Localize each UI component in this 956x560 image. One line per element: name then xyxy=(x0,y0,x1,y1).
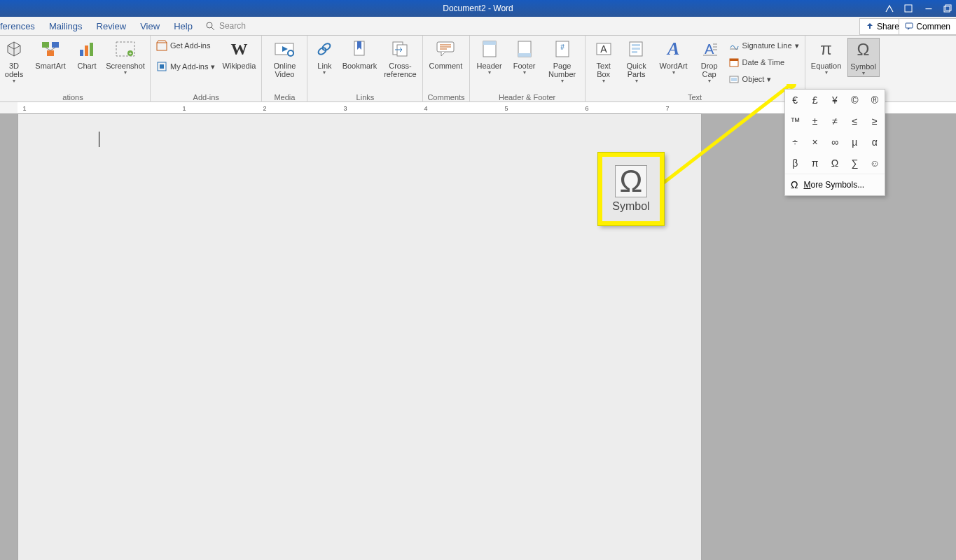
omega-icon: Ω xyxy=(852,38,875,61)
svg-rect-52 xyxy=(731,78,737,81)
symbol-omega[interactable]: Ω xyxy=(825,153,845,174)
full-screen-icon[interactable] xyxy=(904,4,914,13)
svg-rect-10 xyxy=(85,46,88,56)
3d-models-button[interactable]: 3D odels▾ xyxy=(0,38,28,84)
svg-rect-32 xyxy=(483,41,496,45)
title-bar: Document2 - Word – xyxy=(0,0,956,17)
symbol-reg[interactable]: ® xyxy=(865,90,885,111)
symbol-alpha[interactable]: α xyxy=(865,132,885,153)
smartart-button[interactable]: SmartArt xyxy=(32,38,69,70)
svg-rect-9 xyxy=(80,50,83,56)
svg-rect-50 xyxy=(730,59,738,61)
wordart-button[interactable]: A WordArt▾ xyxy=(656,38,692,76)
quick-parts-button[interactable]: Quick Parts▾ xyxy=(622,38,651,84)
symbol-tm[interactable]: ™ xyxy=(785,111,805,132)
comment-icon xyxy=(905,22,913,31)
chevron-down-icon: ▾ xyxy=(211,62,215,71)
symbol-beta[interactable]: β xyxy=(785,153,805,174)
tab-references[interactable]: ferences xyxy=(0,17,42,35)
cross-reference-button[interactable]: Cross- reference xyxy=(382,38,418,78)
svg-rect-17 xyxy=(160,64,164,69)
ribbon-tabs: ferences Mailings Review View Help Searc… xyxy=(0,17,956,36)
drop-cap-button[interactable]: A Drop Cap▾ xyxy=(696,38,723,84)
comment-icon xyxy=(434,38,457,60)
svg-rect-7 xyxy=(52,42,59,48)
online-video-button[interactable]: Online Video xyxy=(266,38,303,78)
chart-icon xyxy=(76,38,98,60)
signature-line-button[interactable]: Signature Line ▾ xyxy=(727,38,801,53)
link-icon xyxy=(313,38,335,60)
ribbon-display-icon[interactable] xyxy=(885,4,894,13)
symbol-div[interactable]: ÷ xyxy=(785,132,805,153)
header-button[interactable]: Header▾ xyxy=(474,38,505,76)
wordart-icon: A xyxy=(663,38,685,60)
bookmark-button[interactable]: Bookmark xyxy=(341,38,377,70)
share-icon xyxy=(866,22,874,31)
tab-help[interactable]: Help xyxy=(167,17,200,35)
signature-icon xyxy=(728,40,740,51)
equation-button[interactable]: π Equation▾ xyxy=(810,38,843,76)
link-button[interactable]: Link▾ xyxy=(312,38,337,76)
tab-review[interactable]: Review xyxy=(90,17,134,35)
symbol-yen[interactable]: ¥ xyxy=(825,90,845,111)
chart-button[interactable]: Chart xyxy=(73,38,101,70)
omega-icon: Ω xyxy=(615,165,648,197)
date-time-button[interactable]: Date & Time xyxy=(727,55,801,70)
symbol-inf[interactable]: ∞ xyxy=(825,132,845,153)
object-icon xyxy=(728,74,740,85)
wikipedia-button[interactable]: W Wikipedia xyxy=(221,38,257,70)
svg-point-23 xyxy=(321,42,331,51)
header-icon xyxy=(478,38,501,60)
minimize-icon[interactable]: – xyxy=(924,2,934,15)
symbol-button[interactable]: Ω Symbol▾ xyxy=(847,38,880,77)
equation-icon: π xyxy=(815,38,838,60)
svg-rect-15 xyxy=(157,43,167,50)
svg-rect-2 xyxy=(945,5,951,10)
symbol-pm[interactable]: ± xyxy=(805,111,824,132)
window-title: Document2 - Word xyxy=(443,4,513,13)
symbol-pound[interactable]: £ xyxy=(805,90,824,111)
video-icon xyxy=(273,38,296,60)
maximize-icon[interactable] xyxy=(943,4,953,13)
callout-label: Symbol xyxy=(612,200,649,213)
svg-line-4 xyxy=(212,27,214,30)
comment-button[interactable]: Comment xyxy=(427,38,464,70)
screenshot-icon: + xyxy=(114,38,137,60)
symbol-geq[interactable]: ≥ xyxy=(865,111,885,132)
text-box-button[interactable]: A Text Box▾ xyxy=(590,38,618,84)
svg-text:#: # xyxy=(560,43,564,51)
symbol-euro[interactable]: € xyxy=(785,90,805,111)
symbol-sum[interactable]: ∑ xyxy=(845,153,864,174)
tab-view[interactable]: View xyxy=(133,17,167,35)
svg-rect-6 xyxy=(42,42,49,48)
symbol-leq[interactable]: ≤ xyxy=(845,111,864,132)
svg-point-3 xyxy=(207,22,212,28)
symbol-smile[interactable]: ☺ xyxy=(865,153,885,174)
screenshot-button[interactable]: + Screenshot▾ xyxy=(105,38,146,76)
symbol-mu[interactable]: µ xyxy=(845,132,864,153)
symbol-copy[interactable]: © xyxy=(845,90,864,111)
store-icon xyxy=(156,40,167,51)
page-number-icon: # xyxy=(551,38,574,60)
text-box-icon: A xyxy=(593,38,615,60)
comments-button[interactable]: Commen xyxy=(899,18,956,35)
symbol-neq[interactable]: ≠ xyxy=(825,111,845,132)
svg-rect-34 xyxy=(518,53,531,57)
my-addins-button[interactable]: My Add-ins ▾ xyxy=(155,59,216,74)
get-addins-button[interactable]: Get Add-ins xyxy=(155,38,216,53)
footer-button[interactable]: Footer▾ xyxy=(509,38,540,76)
svg-rect-8 xyxy=(47,50,54,56)
symbol-pi[interactable]: π xyxy=(805,153,824,174)
svg-rect-0 xyxy=(905,5,912,12)
more-symbols-button[interactable]: Ω More Symbols... xyxy=(785,174,885,195)
tab-mailings[interactable]: Mailings xyxy=(42,17,90,35)
addins-icon xyxy=(156,61,167,72)
svg-rect-26 xyxy=(397,45,407,56)
svg-rect-42 xyxy=(632,51,637,53)
symbol-times[interactable]: × xyxy=(805,132,824,153)
page-number-button[interactable]: # Page Number▾ xyxy=(544,38,581,84)
3d-models-icon xyxy=(3,38,25,60)
search-box[interactable]: Search xyxy=(205,21,246,31)
object-button[interactable]: Object ▾ xyxy=(727,71,801,87)
chevron-down-icon: ▾ xyxy=(795,41,799,50)
